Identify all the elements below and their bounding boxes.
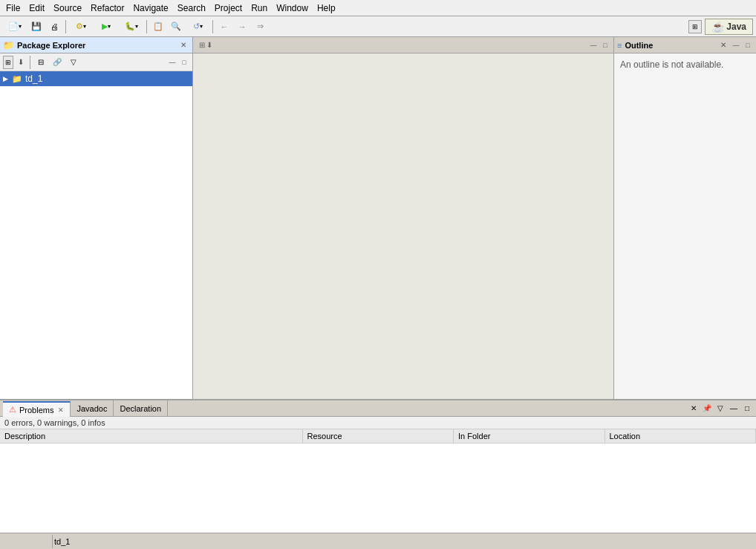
refactor-btn[interactable]: ↺▾ xyxy=(186,19,209,35)
problems-tab-close[interactable]: ✕ xyxy=(58,406,64,414)
next-edit-btn[interactable]: ⇒ xyxy=(252,19,268,35)
collapse-all-icon: ⊟ xyxy=(38,58,44,66)
editor-content[interactable] xyxy=(193,53,613,399)
separator-3 xyxy=(212,20,213,33)
menu-navigate[interactable]: Navigate xyxy=(128,1,172,15)
back-icon: ← xyxy=(221,22,229,31)
tree-item-td1[interactable]: ▶ 📁 td_1 xyxy=(0,71,192,86)
search-icon: 🔍 xyxy=(171,22,181,31)
run-btn[interactable]: ▶▾ xyxy=(94,19,118,35)
col-description: Description xyxy=(0,429,302,444)
editor-maximize-btn[interactable]: □ xyxy=(600,40,610,51)
perspective-icon-small: ⊞ xyxy=(5,59,11,66)
editor-panel: ⊞ ⬇ — □ xyxy=(193,37,613,399)
menu-edit[interactable]: Edit xyxy=(25,1,49,15)
tab-problems-label: Problems xyxy=(19,406,53,415)
status-bar: td_1 xyxy=(0,533,756,549)
package-explorer-panel: 📁 Package Explorer ✕ ⊞ ⬇ ⊟ 🔗 ▽ xyxy=(0,37,193,399)
panel-maximize-btn[interactable]: □ xyxy=(179,57,189,68)
pkg-view-menu-btn[interactable]: ▽ xyxy=(66,56,81,69)
bottom-tabs: ⚠ Problems ✕ Javadoc Declaration ✕ 📌 ▽ —… xyxy=(0,400,756,417)
col-resource: Resource xyxy=(302,429,454,444)
package-explorer-folder-icon: 📁 xyxy=(3,40,14,51)
pkg-view-menu-icon: ▽ xyxy=(71,58,76,66)
java-perspective-btn[interactable]: ☕ Java xyxy=(705,19,753,35)
bottom-maximize-btn[interactable]: □ xyxy=(741,403,753,415)
forward-btn[interactable]: → xyxy=(234,19,250,35)
open-task-btn[interactable]: 📋 xyxy=(150,19,166,35)
perspective-config-btn[interactable]: ⊞ xyxy=(688,20,702,33)
toolbar-right: ⊞ ☕ Java xyxy=(688,19,753,35)
outline-title: Outline xyxy=(625,41,717,50)
panel-minimize-btn[interactable]: — xyxy=(167,57,177,68)
outline-header: ≡ Outline ✕ — □ xyxy=(614,37,756,53)
tab-javadoc-label: Javadoc xyxy=(76,404,107,413)
menu-source[interactable]: Source xyxy=(49,1,86,15)
bottom-table-container: Description Resource In Folder Location xyxy=(0,429,756,533)
save-icon: 💾 xyxy=(31,22,42,31)
bottom-menu-btn[interactable]: ▽ xyxy=(714,403,726,415)
pkg-explorer-view-label: ⬇ xyxy=(18,58,24,66)
bottom-status: 0 errors, 0 warnings, 0 infos xyxy=(0,417,756,429)
search-btn[interactable]: 🔍 xyxy=(168,19,184,35)
menu-search[interactable]: Search xyxy=(173,1,210,15)
perspective-config-icon: ⊞ xyxy=(692,23,698,30)
debug-btn[interactable]: 🐛▾ xyxy=(120,19,143,35)
debug-icon: 🐛 xyxy=(125,22,135,31)
package-explorer-content: ▶ 📁 td_1 xyxy=(0,71,192,399)
menu-run[interactable]: Run xyxy=(247,1,272,15)
print-btn[interactable]: 🖨 xyxy=(46,19,62,35)
outline-minimize-btn[interactable]: — xyxy=(731,40,741,51)
new-icon: 📄 xyxy=(8,22,19,31)
refactor-icon: ↺ xyxy=(193,22,200,31)
editor-minimize-btn[interactable]: — xyxy=(588,40,599,51)
new-btn[interactable]: 📄▾ xyxy=(3,19,27,35)
tab-declaration-label: Declaration xyxy=(120,404,161,413)
tab-problems[interactable]: ⚠ Problems ✕ xyxy=(3,401,71,418)
status-text: 0 errors, 0 warnings, 0 infos xyxy=(4,418,105,427)
outline-panel: ≡ Outline ✕ — □ An outline is not availa… xyxy=(613,37,756,399)
bottom-close-btn[interactable]: ✕ xyxy=(688,403,700,415)
java-perspective-icon: ☕ xyxy=(711,21,724,33)
bottom-tab-controls: ✕ 📌 ▽ — □ xyxy=(688,403,756,415)
status-project: td_1 xyxy=(54,537,70,546)
menu-window[interactable]: Window xyxy=(272,1,313,15)
outline-icon: ≡ xyxy=(617,41,622,50)
run-external-btn[interactable]: ⚙▾ xyxy=(69,19,93,35)
separator-1 xyxy=(65,20,66,33)
bottom-minimize-btn[interactable]: — xyxy=(728,403,740,415)
tab-declaration[interactable]: Declaration xyxy=(114,400,168,417)
menu-refactor[interactable]: Refactor xyxy=(86,1,128,15)
link-editor-icon: 🔗 xyxy=(53,58,62,66)
tree-item-td1-label: td_1 xyxy=(25,74,42,84)
editor-hint-label: ⬇ xyxy=(206,41,212,49)
menu-help[interactable]: Help xyxy=(313,1,340,15)
status-sep xyxy=(52,535,53,548)
tab-javadoc[interactable]: Javadoc xyxy=(71,400,114,417)
print-icon: 🖨 xyxy=(50,22,59,31)
tree-arrow-td1: ▶ xyxy=(3,75,12,82)
col-location: Location xyxy=(605,429,756,444)
outline-content: An outline is not available. xyxy=(614,53,756,399)
bottom-pin-btn[interactable]: 📌 xyxy=(701,403,713,415)
outline-close-btn[interactable]: ✕ xyxy=(717,39,729,51)
main-toolbar: 📄▾ 💾 🖨 ⚙▾ ▶▾ 🐛▾ 📋 🔍 ↺▾ ← → ⇒ ⊞ ☕ xyxy=(0,16,756,37)
outline-maximize-btn[interactable]: □ xyxy=(743,40,753,51)
outline-message: An outline is not available. xyxy=(620,59,723,70)
menu-project[interactable]: Project xyxy=(210,1,247,15)
back-btn[interactable]: ← xyxy=(216,19,232,35)
package-explorer-header: 📁 Package Explorer ✕ xyxy=(0,37,192,53)
next-edit-icon: ⇒ xyxy=(257,22,264,31)
content-area: 📁 Package Explorer ✕ ⊞ ⬇ ⊟ 🔗 ▽ xyxy=(0,37,756,399)
separator-2 xyxy=(146,20,147,33)
package-explorer-title: Package Explorer xyxy=(17,41,177,50)
package-explorer-toolbar: ⊞ ⬇ ⊟ 🔗 ▽ — □ xyxy=(0,53,192,71)
pkg-sep-1 xyxy=(30,56,30,69)
link-editor-btn[interactable]: 🔗 xyxy=(50,56,65,69)
menu-file[interactable]: File xyxy=(1,1,25,15)
bottom-panel: ⚠ Problems ✕ Javadoc Declaration ✕ 📌 ▽ —… xyxy=(0,399,756,533)
collapse-all-btn[interactable]: ⊟ xyxy=(33,56,48,69)
save-btn[interactable]: 💾 xyxy=(28,19,45,35)
run-external-icon: ⚙ xyxy=(76,22,83,31)
package-explorer-close-btn[interactable]: ✕ xyxy=(177,39,189,51)
